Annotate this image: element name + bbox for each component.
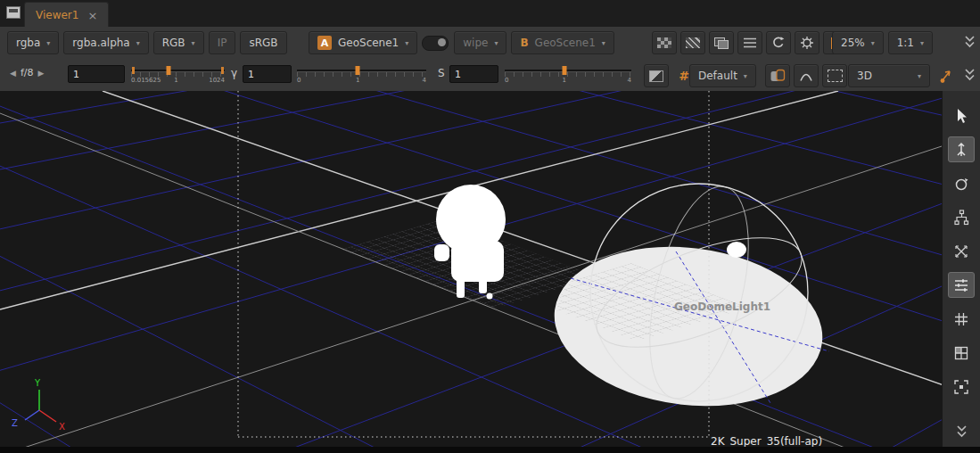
checkerboard-button[interactable] <box>652 31 677 54</box>
input-process-label: IP <box>218 37 227 49</box>
refresh-button[interactable] <box>766 31 791 54</box>
gain-slider-handle[interactable] <box>167 66 171 75</box>
marquee-icon <box>828 70 843 82</box>
input-b-badge: B <box>520 37 528 49</box>
gain-prev-icon[interactable]: ◀ <box>10 69 16 78</box>
viewport-tool-sidebar <box>942 91 980 447</box>
dome-light-handle[interactable] <box>727 242 746 258</box>
channels-dropdown[interactable]: RGB ▾ <box>153 31 204 54</box>
gamma-tick-label: 4 <box>423 77 426 84</box>
checkerboard-icon <box>657 37 671 48</box>
wipe-mode-label: wipe <box>463 37 488 49</box>
wipe-toggle-knob <box>438 38 446 46</box>
frame-all-button[interactable] <box>948 374 975 399</box>
gamma-value: 1 <box>248 69 254 80</box>
input-b-dropdown[interactable]: B GeoScene1 ▾ <box>511 31 614 54</box>
tab-viewer1[interactable]: Viewer1 × <box>24 2 109 28</box>
frame-toolbar-collapse-button[interactable] <box>963 67 976 82</box>
cross-arrows-icon <box>952 243 970 260</box>
saturation-field[interactable]: 1 <box>449 65 498 83</box>
free-move-button[interactable] <box>948 238 975 264</box>
input-a-dropdown[interactable]: A GeoScene1 ▾ <box>309 31 417 54</box>
gamma-field[interactable]: 1 <box>243 65 292 83</box>
tab-close-icon[interactable]: × <box>87 10 97 21</box>
axis-gizmo: Y X Z <box>12 378 65 432</box>
proxy-toggle-button[interactable] <box>644 64 669 87</box>
double-chevron-down-icon <box>955 424 968 439</box>
pane-menu-icon[interactable] <box>6 6 21 19</box>
cursor-icon <box>952 107 970 125</box>
view-mode-label: 3D <box>857 70 872 82</box>
viewer-lut-label: sRGB <box>249 37 277 49</box>
multi-slider-button[interactable] <box>948 272 975 298</box>
input-a-value: GeoScene1 <box>338 37 399 49</box>
layer-dropdown[interactable]: rgba ▾ <box>7 31 59 54</box>
wipe-mode-dropdown[interactable]: wipe ▾ <box>454 31 506 54</box>
gamma-tick-label: 1 <box>356 77 359 84</box>
quad-view-icon <box>952 344 970 362</box>
gear-button[interactable] <box>795 31 819 54</box>
saturation-tick-label: 4 <box>628 77 631 84</box>
chevron-down-icon: ▾ <box>920 39 924 47</box>
gain-slider[interactable]: 0.015625 1 1024 <box>131 63 225 86</box>
rotate-tool-button[interactable] <box>948 170 975 196</box>
axis-y-label: Y <box>34 378 41 388</box>
zoom-dropdown[interactable]: 25% ▾ <box>832 31 884 54</box>
menu-lines-icon <box>743 37 757 49</box>
refresh-icon <box>771 36 786 50</box>
dome-light[interactable]: GeoDomeLight1 <box>520 177 831 421</box>
gain-range-end <box>221 67 224 74</box>
hierarchy-icon <box>952 209 970 226</box>
diagonal-stripes-button[interactable] <box>680 31 705 54</box>
dome-light-label: GeoDomeLight1 <box>674 301 770 313</box>
input-b-value: GeoScene1 <box>535 37 596 49</box>
gain-slider-track <box>131 70 225 71</box>
view-mode-dropdown[interactable]: 3D ▾ <box>848 64 930 87</box>
grid-icon <box>952 310 970 328</box>
select-tool-button[interactable] <box>948 103 975 128</box>
gain-field[interactable]: 1 <box>68 65 125 83</box>
roi-grid-icon: # <box>679 69 689 83</box>
gain-tick-label: 1024 <box>209 77 225 84</box>
fstop-readout[interactable]: f/8 <box>21 67 34 78</box>
curve-icon <box>799 70 813 82</box>
sliders-icon <box>952 276 970 294</box>
double-chevron-down-icon <box>963 67 976 82</box>
marquee-select-button[interactable] <box>822 64 847 87</box>
grid-snap-button[interactable] <box>948 306 975 332</box>
viewport-area: GeoDomeLight1 2K_Super_35(full-ap) Y X Z <box>0 91 980 447</box>
sidebar-collapse-button[interactable] <box>943 424 980 439</box>
saturation-tick-label: 0 <box>505 77 508 84</box>
viewer-lut-button[interactable]: sRGB <box>240 31 286 54</box>
saturation-slider-handle[interactable] <box>562 66 566 75</box>
scene-graph-button[interactable] <box>948 204 975 230</box>
gamma-symbol: γ <box>231 67 237 79</box>
gamma-slider-track <box>297 70 426 71</box>
menu-lines-button[interactable] <box>737 31 762 54</box>
viewport-3d[interactable]: GeoDomeLight1 2K_Super_35(full-ap) Y X Z <box>0 91 942 447</box>
toolbar-collapse-button[interactable] <box>963 34 976 49</box>
stereo-views-button[interactable] <box>765 64 790 87</box>
input-process-button[interactable]: IP <box>209 31 236 54</box>
compare-overlay-button[interactable] <box>709 31 734 54</box>
frame-toolbar: ◀ f/8 ▶ 1 0.015625 1 1024 γ 1 0 1 4 <box>0 58 980 92</box>
gear-icon <box>800 36 814 50</box>
wipe-toggle[interactable] <box>422 36 449 51</box>
gain-next-icon[interactable]: ▶ <box>38 69 45 78</box>
chevron-down-icon: ▾ <box>744 72 747 80</box>
tab-title: Viewer1 <box>36 9 78 21</box>
viewer-process-dropdown[interactable]: Default ▾ <box>689 64 756 87</box>
alpha-layer-dropdown[interactable]: rgba.alpha ▾ <box>63 31 148 54</box>
quad-view-button[interactable] <box>948 340 975 366</box>
gain-range-start <box>132 67 135 74</box>
gizmo-button[interactable] <box>935 65 958 86</box>
saturation-slider[interactable]: 0 1 4 <box>505 63 631 86</box>
viewer-process-label: Default <box>698 70 737 82</box>
gain-tick-label: 0.015625 <box>131 77 161 84</box>
translate-tool-button[interactable] <box>948 136 975 162</box>
chevron-down-icon: ▾ <box>494 39 498 47</box>
gamma-slider-handle[interactable] <box>356 66 360 75</box>
lut-curve-button[interactable] <box>794 64 819 87</box>
gamma-slider[interactable]: 0 1 4 <box>297 63 426 86</box>
proxy-scale-dropdown[interactable]: 1:1 ▾ <box>888 31 933 54</box>
